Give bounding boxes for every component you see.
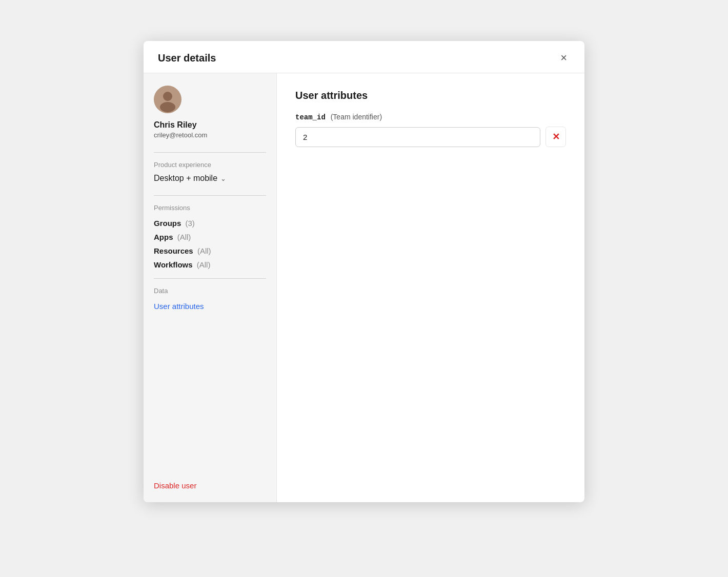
chevron-down-icon: ⌄ <box>220 175 226 182</box>
perm-groups: Groups (3) <box>154 219 266 228</box>
divider-2 <box>154 195 266 196</box>
permissions-section: Groups (3) Apps (All) Resources (All) Wo… <box>154 219 266 274</box>
data-section-label: Data <box>154 287 266 295</box>
avatar-image <box>154 86 181 113</box>
product-experience-selector[interactable]: Desktop + mobile ⌄ <box>154 174 266 183</box>
permissions-label: Permissions <box>154 204 266 212</box>
perm-workflows-label: Workflows <box>154 260 193 269</box>
perm-resources-count: (All) <box>197 246 211 255</box>
divider-1 <box>154 152 266 153</box>
perm-resources: Resources (All) <box>154 246 266 255</box>
perm-groups-count: (3) <box>186 219 195 228</box>
attribute-label: team_id (Team identifier) <box>295 113 566 121</box>
attribute-key: team_id <box>295 113 326 121</box>
content-title: User attributes <box>295 90 566 101</box>
main-content: User attributes team_id (Team identifier… <box>277 73 584 502</box>
perm-apps-label: Apps <box>154 233 173 241</box>
attribute-description: (Team identifier) <box>331 113 382 121</box>
user-attributes-link[interactable]: User attributes <box>154 302 204 311</box>
product-experience-label: Product experience <box>154 161 266 169</box>
disable-user-button[interactable]: Disable user <box>154 465 266 490</box>
modal-header: User details × <box>144 41 584 73</box>
divider-3 <box>154 278 266 279</box>
product-experience-value: Desktop + mobile <box>154 174 217 183</box>
attribute-row: ✕ <box>295 127 566 147</box>
user-details-modal: User details × Chris Riley criley@re <box>144 41 584 502</box>
avatar <box>154 86 181 113</box>
svg-point-2 <box>160 102 175 112</box>
attribute-value-input[interactable] <box>295 127 540 147</box>
perm-apps: Apps (All) <box>154 233 266 241</box>
perm-resources-label: Resources <box>154 246 193 255</box>
data-section: User attributes <box>154 302 266 311</box>
perm-groups-label: Groups <box>154 219 181 228</box>
close-button[interactable]: × <box>557 51 570 65</box>
user-name: Chris Riley <box>154 120 266 130</box>
spacer <box>154 311 266 465</box>
perm-workflows: Workflows (All) <box>154 260 266 269</box>
modal-title: User details <box>158 52 216 64</box>
delete-attribute-button[interactable]: ✕ <box>545 127 566 147</box>
x-icon: ✕ <box>552 131 560 142</box>
sidebar: Chris Riley criley@retool.com Product ex… <box>144 73 277 502</box>
user-email: criley@retool.com <box>154 131 266 139</box>
perm-apps-count: (All) <box>177 233 191 241</box>
modal-overlay: User details × Chris Riley criley@re <box>0 0 728 577</box>
perm-workflows-count: (All) <box>197 260 211 269</box>
svg-point-1 <box>163 92 172 101</box>
modal-body: Chris Riley criley@retool.com Product ex… <box>144 73 584 502</box>
